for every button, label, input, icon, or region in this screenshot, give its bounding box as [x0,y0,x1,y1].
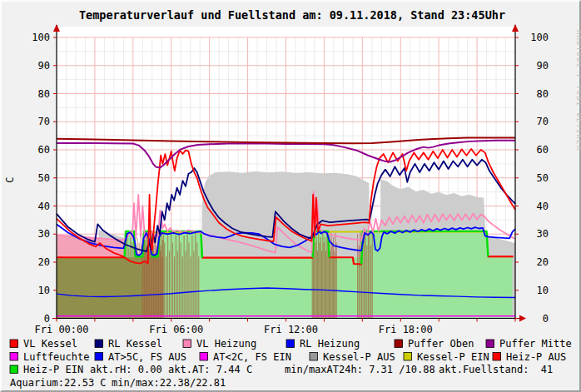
rrd-temperature-graph: 0010102020303040405050606070708080909010… [0,0,581,392]
y-tick-label-left: 0 [44,313,50,325]
legend-swatch-puffer-mitte [486,340,494,348]
legend-label: Kessel-P AUS [323,351,395,363]
legend-swatch-rl-kessel [95,340,103,348]
graph-title: Temperaturverlauf und Fuellstand am: 09.… [79,8,505,22]
legend-swatch-kessel-p-aus [310,353,318,361]
legend-label: Heiz-P EIN [23,364,83,375]
y-tick-label-left: 90 [38,60,50,72]
legend-label: VL Kessel [23,338,77,350]
y-tick-label-right: 20 [537,256,549,268]
y-tick-label-left: 10 [38,285,50,296]
legend-stat-text: akt.rH: 0.00 [90,364,162,375]
chart-canvas: 0010102020303040405050606070708080909010… [2,2,581,392]
y-tick-label-left: 50 [38,172,50,184]
legend-swatch-vl-heizung [183,340,191,348]
legend-swatch-heiz-p-ein [10,365,18,374]
legend-label: Heiz-P AUS [506,351,566,363]
x-tick-label: Fri 00:00 [34,324,88,335]
legend-stat-text: min/maxAT24h: 7.31 /10.88 [285,364,435,375]
legend-swatch-vl-kessel [10,340,18,348]
y-tick-label-right: 60 [537,144,549,156]
y-tick-label-right: 90 [537,60,549,72]
y-tick-label-right: 100 [530,32,549,43]
legend-label: AT>5C, FS AUS [108,351,186,363]
y-tick-label-right: 10 [537,285,549,296]
legend-label: Kessel-P EIN [417,351,489,363]
legend-stat-text: Aquarium:22.53 C [10,377,107,389]
legend-stat-text: akt.Fuellstand: 41 [439,364,553,375]
legend-swatch-heiz-p-aus [493,353,501,361]
legend-label: Luftfeuchte [23,351,89,363]
y-tick-label-left: 70 [38,116,50,127]
y-tick-label-right: 80 [537,88,549,100]
legend-swatch-kessel-p-ein [404,353,412,361]
rrdtool-watermark: RRDTOOL / TOBI OETIKER [575,30,581,151]
legend-label: RL Kessel [108,338,162,350]
x-tick-label: Fri 06:00 [149,324,203,335]
legend-label: AT<2C, FS EIN [213,351,291,363]
legend-swatch-at-2c-fs-ein [200,353,208,361]
y-tick-label-left: 60 [38,144,50,156]
x-tick-label: Fri 18:00 [379,324,433,335]
legend-swatch-at-5c-fs-aus [95,353,103,361]
x-tick-label: Fri 12:00 [264,324,318,335]
legend-swatch-luftfeuchte [10,353,18,361]
y-tick-label-right: 40 [537,201,549,212]
y-tick-label-left: 30 [38,228,50,240]
legend-stat-text: akt.AT: 7.44 C [168,364,252,375]
y-tick-label-left: 20 [38,256,50,268]
y-tick-label-left: 80 [38,88,50,100]
y-tick-label-left: 40 [38,201,50,212]
y-axis-unit-label: C [4,176,16,182]
y-tick-label-right: 30 [537,228,549,240]
legend-label: VL Heizung [196,338,256,350]
legend-label: Puffer Oben [408,338,474,350]
y-tick-label-right: 50 [537,172,549,184]
legend-swatch-rl-heizung [286,340,295,348]
legend-swatch-puffer-oben [395,340,403,348]
y-tick-label-right: 0 [543,313,549,325]
y-tick-label-left: 100 [32,32,50,43]
legend-stat-text: min/max:22.38/22.81 [112,377,226,389]
arrow-right [519,315,526,322]
y-tick-label-right: 70 [537,116,549,127]
legend-label: Puffer Mitte [499,338,572,350]
legend-label: RL Heizung [300,338,360,350]
area-heiz-p-aus-olive-block [57,257,142,318]
